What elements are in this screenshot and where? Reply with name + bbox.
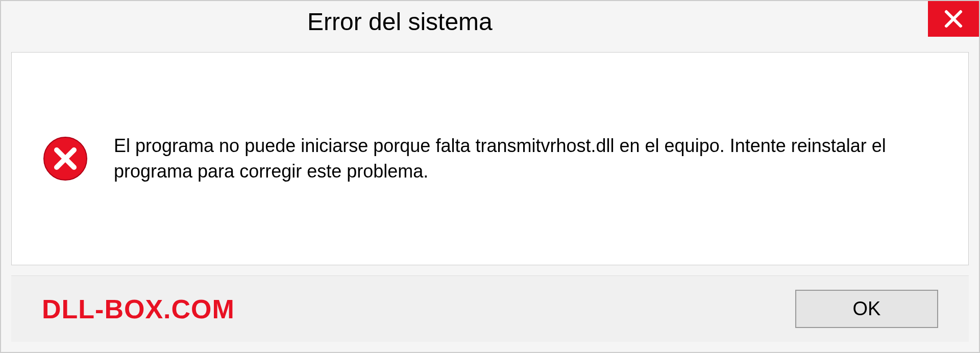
error-icon [42,136,88,182]
content-area: El programa no puede iniciarse porque fa… [11,52,969,265]
error-dialog: Error del sistema El programa no puede i… [0,0,980,353]
close-button[interactable] [928,1,979,37]
dialog-footer: DLL-BOX.COM OK [11,275,969,342]
watermark-text: DLL-BOX.COM [42,294,235,324]
error-message: El programa no puede iniciarse porque fa… [114,133,938,185]
titlebar: Error del sistema [1,1,979,42]
ok-button[interactable]: OK [795,290,938,328]
dialog-title: Error del sistema [307,8,493,36]
close-icon [943,9,964,29]
